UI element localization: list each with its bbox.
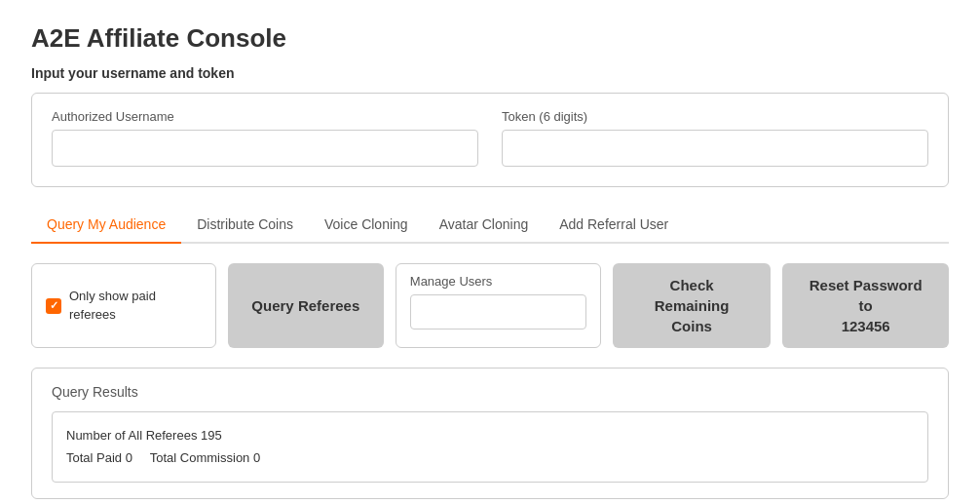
manage-users-label: Manage Users [410,274,586,289]
token-input[interactable] [502,130,928,167]
query-results-box: Query Results Number of All Referees 195… [31,368,949,499]
check-coins-button[interactable]: Check Remaining Coins [613,263,772,348]
credentials-box: Authorized Username Token (6 digits) [31,93,949,187]
tab-query-my-audience[interactable]: Query My Audience [31,207,181,244]
tab-avatar-cloning[interactable]: Avatar Cloning [424,207,545,244]
results-inner: Number of All Referees 195 Total Paid 0 … [52,411,928,483]
query-results-title: Query Results [52,384,928,400]
only-show-checkbox[interactable] [46,298,61,314]
only-show-label: Only show paid referees [69,288,202,323]
reset-pwd-line2: 123456 [842,318,890,334]
tab-add-referral-user[interactable]: Add Referral User [544,207,684,244]
actions-row: Only show paid referees Query Referees M… [31,263,949,348]
result-total-commission: Total Commission 0 [150,450,260,465]
reset-pwd-line1: Reset Password to [810,277,923,314]
credentials-label: Input your username and token [31,65,949,81]
result-total-paid: Total Paid 0 [66,450,132,465]
username-label: Authorized Username [52,109,478,124]
only-show-paid-box: Only show paid referees [31,263,216,348]
tabs-nav: Query My Audience Distribute Coins Voice… [31,207,949,244]
result-line-1: Number of All Referees 195 [66,424,914,446]
tab-distribute-coins[interactable]: Distribute Coins [181,207,309,244]
token-label: Token (6 digits) [502,109,928,124]
manage-users-input[interactable] [410,294,586,330]
check-coins-line1: Check Remaining [655,277,730,314]
username-field-group: Authorized Username [52,109,478,167]
tab-voice-cloning[interactable]: Voice Cloning [309,207,424,244]
username-input[interactable] [52,130,478,167]
token-field-group: Token (6 digits) [502,109,928,167]
reset-password-button[interactable]: Reset Password to 123456 [782,263,949,348]
manage-users-box: Manage Users [396,263,601,348]
check-coins-line2: Coins [671,318,712,334]
query-referees-button[interactable]: Query Referees [228,263,384,348]
page-title: A2E Affiliate Console [31,23,949,54]
result-line-2: Total Paid 0 Total Commission 0 [66,446,914,469]
